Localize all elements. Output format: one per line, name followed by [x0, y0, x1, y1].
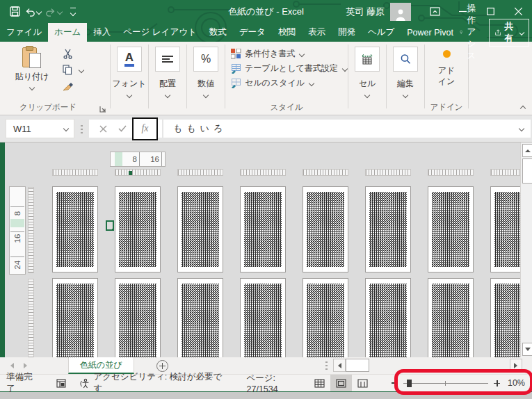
number-group-button[interactable]: % 数値 — [187, 42, 225, 115]
account-user-name[interactable]: 英司 藤原 — [346, 6, 385, 18]
worksheet-canvas[interactable]: 8 16 8 16 24 — [0, 142, 532, 357]
page-thumbnail — [177, 278, 223, 357]
save-button[interactable] — [10, 6, 20, 17]
page-break-preview-button[interactable] — [352, 375, 373, 391]
chevron-down-icon — [341, 65, 347, 71]
alignment-group-button[interactable]: 配置 — [149, 42, 186, 115]
page-thumbnail — [240, 186, 286, 272]
macro-record-button[interactable] — [56, 379, 66, 388]
chevron-down-icon — [63, 126, 69, 131]
conditional-formatting-label: 条件付き書式 — [245, 48, 295, 60]
zoom-slider-track[interactable] — [403, 383, 488, 384]
horizontal-scroll-track[interactable] — [369, 359, 510, 371]
tab-formulas[interactable]: 数式 — [203, 23, 233, 42]
insert-function-button[interactable]: fx — [132, 117, 158, 140]
chevron-down-icon — [165, 92, 170, 98]
cut-button[interactable] — [63, 48, 83, 60]
active-cell-cursor — [106, 220, 114, 231]
zoom-slider-center-tick — [445, 381, 446, 386]
redo-icon — [45, 7, 56, 17]
ribbon-display-options-button[interactable] — [421, 1, 449, 22]
paste-button[interactable]: 貼り付け — [10, 46, 54, 92]
page-thumbnail — [365, 186, 411, 272]
tab-power-pivot[interactable]: Power Pivot — [401, 23, 460, 42]
tab-insert[interactable]: 挿入 — [87, 23, 117, 42]
page-layout-view-button[interactable] — [330, 375, 352, 391]
tab-help[interactable]: ヘルプ — [362, 23, 401, 42]
vertical-scroll-thumb[interactable] — [522, 158, 532, 184]
format-painter-button[interactable] — [63, 80, 83, 92]
check-icon — [118, 125, 127, 132]
horizontal-scroll-thumb[interactable] — [346, 359, 369, 372]
font-group-button[interactable]: A フォント — [111, 42, 148, 115]
tab-developer[interactable]: 開発 — [332, 23, 362, 42]
cell-styles-icon — [231, 78, 241, 88]
paste-clipboard-icon — [22, 46, 42, 68]
copy-button[interactable] — [63, 65, 72, 75]
cells-group-button[interactable]: セル — [348, 42, 386, 115]
page-thumbnail — [428, 186, 474, 272]
normal-view-button[interactable] — [309, 375, 330, 391]
chevron-down-icon[interactable] — [79, 67, 84, 72]
horizontal-scrollbar[interactable] — [325, 357, 532, 373]
cancel-button[interactable] — [93, 120, 113, 137]
page-break-preview-icon — [357, 379, 368, 388]
zoom-in-button[interactable] — [494, 380, 500, 386]
tab-data[interactable]: データ — [233, 23, 272, 42]
accessibility-status: アクセシビリティ: 検討が必要です — [93, 371, 229, 395]
format-as-table-button[interactable]: テーブルとして書式設定 — [231, 61, 347, 76]
accessibility-button[interactable]: アクセシビリティ: 検討が必要です — [80, 371, 230, 395]
tell-me-label[interactable]: 操作アシス — [467, 3, 481, 62]
formula-input[interactable]: ももいろ — [163, 120, 531, 138]
scroll-down-button[interactable] — [522, 343, 532, 356]
share-button[interactable]: 共有 — [489, 19, 530, 47]
vertical-ruler — [28, 279, 34, 357]
sheet-nav-right-button[interactable] — [24, 363, 30, 368]
tab-review[interactable]: 校閲 — [272, 23, 302, 42]
redo-button[interactable] — [45, 7, 62, 17]
collapse-ribbon-button[interactable] — [520, 106, 526, 111]
avatar[interactable] — [390, 3, 411, 21]
scroll-up-button[interactable] — [522, 144, 532, 157]
dialog-launcher-icon[interactable] — [99, 106, 106, 113]
quick-access-toolbar — [0, 6, 76, 17]
conditional-formatting-button[interactable]: 条件付き書式 — [231, 47, 304, 61]
zoom-slider[interactable] — [403, 378, 488, 388]
horizontal-rulers — [52, 169, 532, 176]
format-as-table-icon — [231, 63, 241, 74]
customize-qat-button[interactable] — [70, 8, 76, 15]
undo-button[interactable] — [24, 7, 41, 17]
add-sheet-button[interactable] — [156, 360, 168, 372]
scroll-right-button[interactable] — [510, 359, 522, 372]
tab-page-layout[interactable]: ページ レイアウト — [117, 23, 203, 42]
page-indicator[interactable]: ページ: 27/1534 — [247, 373, 309, 394]
paste-label: 貼り付け — [15, 71, 49, 83]
ready-status: 準備完了 — [6, 371, 41, 395]
conditional-formatting-icon — [231, 49, 241, 59]
page-thumbnail — [240, 278, 286, 357]
font-icon: A — [124, 51, 134, 67]
zoom-level[interactable]: 10% — [500, 378, 525, 388]
editing-group-label: 編集 — [397, 78, 414, 90]
column-header-strip: 8 16 — [110, 152, 166, 167]
sheet-tab-label: 色紙の並び — [80, 359, 122, 371]
name-box[interactable]: W11 — [6, 119, 74, 138]
cell-reference: W11 — [6, 124, 64, 134]
page-thumbnails-row-1 — [52, 186, 532, 272]
zoom-slider-thumb[interactable] — [407, 380, 412, 387]
editing-group-button[interactable]: 編集 — [387, 42, 424, 115]
cell-styles-button[interactable]: セルのスタイル — [231, 76, 314, 90]
addins-button[interactable]: アド イン — [438, 47, 456, 87]
share-label: 共有 — [504, 21, 517, 44]
scroll-left-button[interactable] — [333, 359, 346, 372]
tab-file[interactable]: ファイル — [0, 23, 48, 42]
sheet-nav-left-button[interactable] — [8, 363, 14, 368]
page-ruler — [177, 169, 223, 176]
enter-button[interactable] — [113, 120, 132, 137]
zoom-out-button[interactable] — [392, 382, 398, 384]
tab-home[interactable]: ホーム — [48, 23, 87, 42]
tab-view[interactable]: 表示 — [302, 23, 332, 42]
column-label: 8 — [122, 152, 140, 166]
formula-bar-expand-icon[interactable] — [519, 126, 524, 131]
vertical-scrollbar[interactable] — [520, 142, 532, 357]
